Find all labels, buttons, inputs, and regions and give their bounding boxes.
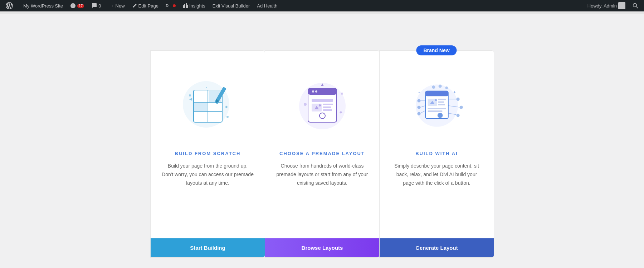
wp-logo-icon <box>6 2 13 9</box>
brand-new-badge: Brand New <box>416 45 457 55</box>
svg-rect-48 <box>428 110 442 112</box>
svg-point-60 <box>456 114 459 117</box>
separator-1 <box>18 3 18 9</box>
svg-rect-46 <box>438 104 445 105</box>
svg-rect-4 <box>187 5 188 8</box>
svg-rect-3 <box>186 3 187 8</box>
svg-point-43 <box>435 99 436 101</box>
svg-point-63 <box>438 85 441 88</box>
howdy-text: Howdy, Admin <box>587 3 617 9</box>
svg-point-34 <box>304 103 307 106</box>
admin-bar-right: Howdy, Admin <box>585 0 641 11</box>
svg-line-6 <box>636 6 638 8</box>
avatar-icon <box>618 2 625 9</box>
premade-illustration: ▲ ◆ <box>265 51 379 151</box>
svg-point-58 <box>459 106 463 109</box>
svg-point-35 <box>341 93 343 95</box>
build-with-ai-card: ✦ ✦ BUILD WITH AI Simply describe your p… <box>379 50 494 258</box>
divi-icon: D <box>166 3 171 9</box>
ai-description: Simply describe your page content, sit b… <box>380 162 494 238</box>
edit-page-button[interactable]: Edit Page <box>129 0 161 11</box>
build-with-ai-wrapper: Brand New <box>379 50 494 258</box>
separator-2 <box>106 3 106 9</box>
wp-logo-button[interactable] <box>3 0 16 11</box>
svg-rect-32 <box>323 109 332 111</box>
main-content: ◄ ◆ • BUILD FROM SCRATCH Build your page… <box>0 26 644 268</box>
comments-button[interactable]: 0 <box>88 0 104 11</box>
update-count: 17 <box>77 4 84 8</box>
svg-point-56 <box>456 98 459 101</box>
scratch-illustration: ◄ ◆ • <box>151 51 265 151</box>
ai-illustration: ✦ ✦ <box>380 51 494 151</box>
svg-point-62 <box>432 85 435 89</box>
ad-health-label: Ad Health <box>257 3 277 9</box>
insights-label: Insights <box>189 3 205 9</box>
insights-icon <box>183 3 188 8</box>
premade-description: Choose from hundreds of world-class prem… <box>265 162 379 238</box>
ad-health-button[interactable]: Ad Health <box>254 0 280 11</box>
svg-rect-30 <box>323 104 333 105</box>
search-button[interactable] <box>630 0 641 11</box>
new-label: + New <box>111 3 125 9</box>
svg-rect-40 <box>425 91 448 96</box>
divi-button[interactable]: D <box>163 0 179 11</box>
svg-rect-31 <box>323 106 331 108</box>
svg-point-49 <box>437 113 443 118</box>
edit-icon <box>132 3 137 8</box>
search-icon <box>633 3 638 9</box>
new-content-button[interactable]: + New <box>108 0 127 11</box>
svg-text:◆: ◆ <box>340 110 342 114</box>
svg-point-24 <box>312 90 314 93</box>
svg-text:D: D <box>166 4 169 8</box>
exit-builder-button[interactable]: Exit Visual Builder <box>210 0 253 11</box>
svg-rect-1 <box>183 5 184 8</box>
svg-rect-44 <box>438 99 446 100</box>
svg-point-50 <box>417 99 420 102</box>
svg-text:•: • <box>206 86 207 89</box>
svg-text:◄: ◄ <box>188 96 193 102</box>
divi-status-dot <box>173 4 176 7</box>
site-name-button[interactable]: My WordPress Site <box>20 0 66 11</box>
insights-button[interactable]: Insights <box>180 0 208 11</box>
start-building-button[interactable]: Start Building <box>151 238 265 257</box>
updates-icon <box>70 3 76 9</box>
svg-point-5 <box>633 4 637 7</box>
ai-title: BUILD WITH AI <box>405 151 469 156</box>
svg-text:✦: ✦ <box>453 90 456 94</box>
scroll-indicator <box>0 11 644 14</box>
svg-point-29 <box>319 104 321 106</box>
premade-svg: ▲ ◆ <box>287 65 358 137</box>
scratch-title: BUILD FROM SCRATCH <box>164 151 252 156</box>
updates-button[interactable]: 17 <box>67 0 87 11</box>
svg-rect-12 <box>194 103 207 111</box>
scratch-svg: ◄ ◆ • <box>172 65 244 137</box>
svg-rect-45 <box>438 101 444 103</box>
comment-count: 0 <box>98 3 101 9</box>
svg-text:▲: ▲ <box>320 82 325 87</box>
svg-rect-47 <box>428 108 446 109</box>
premade-layout-card: ▲ ◆ CHOOSE A PREMADE LAYOUT Choose from … <box>265 50 379 258</box>
build-from-scratch-wrapper: ◄ ◆ • BUILD FROM SCRATCH Build your page… <box>150 50 265 258</box>
svg-text:◆: ◆ <box>225 105 228 109</box>
comment-icon <box>91 3 97 9</box>
browse-layouts-button[interactable]: Browse Layouts <box>265 238 379 257</box>
generate-layout-button[interactable]: Generate Layout <box>380 238 494 257</box>
premade-layout-wrapper: ▲ ◆ CHOOSE A PREMADE LAYOUT Choose from … <box>265 50 379 258</box>
svg-point-52 <box>417 106 420 109</box>
svg-point-64 <box>445 86 448 89</box>
svg-text:✦: ✦ <box>418 91 421 94</box>
svg-point-25 <box>315 90 317 93</box>
svg-rect-26 <box>312 99 333 102</box>
howdy-button[interactable]: Howdy, Admin <box>585 0 628 11</box>
svg-rect-2 <box>184 4 185 8</box>
site-name-label: My WordPress Site <box>23 3 63 9</box>
premade-title: CHOOSE A PREMADE LAYOUT <box>269 151 376 156</box>
build-from-scratch-card: ◄ ◆ • BUILD FROM SCRATCH Build your page… <box>150 50 265 258</box>
edit-page-label: Edit Page <box>138 3 158 9</box>
admin-bar: My WordPress Site 17 0 + New Edit Page D… <box>0 0 644 11</box>
scratch-description: Build your page from the ground up. Don'… <box>151 162 265 238</box>
svg-point-54 <box>417 112 420 115</box>
cards-container: ◄ ◆ • BUILD FROM SCRATCH Build your page… <box>111 50 533 258</box>
exit-builder-label: Exit Visual Builder <box>213 3 250 9</box>
ai-svg: ✦ ✦ <box>401 65 473 137</box>
